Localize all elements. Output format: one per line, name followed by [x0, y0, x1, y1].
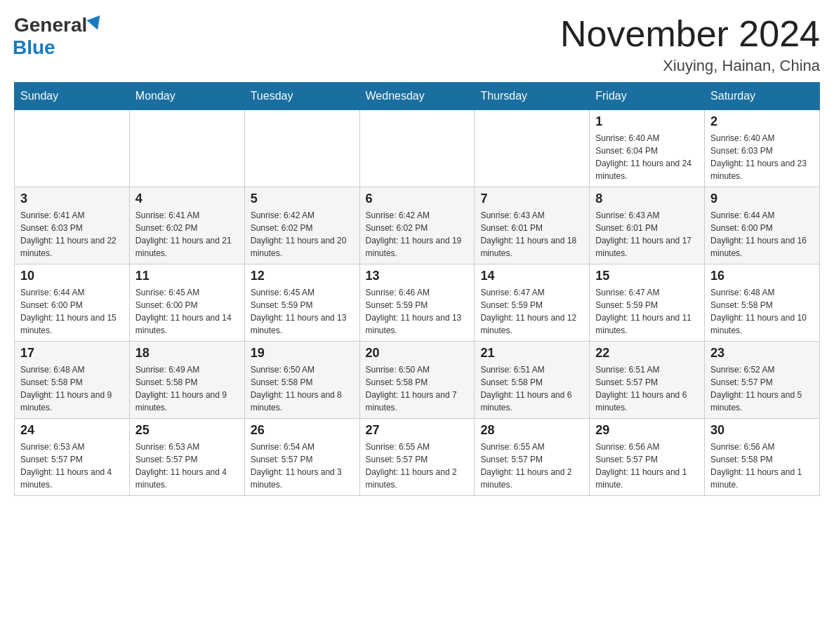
calendar-cell	[244, 110, 359, 187]
calendar-cell: 22Sunrise: 6:51 AM Sunset: 5:57 PM Dayli…	[590, 342, 705, 419]
calendar-cell: 1Sunrise: 6:40 AM Sunset: 6:04 PM Daylig…	[590, 110, 705, 187]
calendar-cell: 26Sunrise: 6:54 AM Sunset: 5:57 PM Dayli…	[244, 419, 359, 496]
day-number: 1	[595, 114, 699, 129]
weekday-header-row: SundayMondayTuesdayWednesdayThursdayFrid…	[15, 83, 820, 110]
day-number: 17	[20, 346, 124, 361]
calendar-cell: 18Sunrise: 6:49 AM Sunset: 5:58 PM Dayli…	[129, 342, 244, 419]
calendar-cell: 23Sunrise: 6:52 AM Sunset: 5:57 PM Dayli…	[705, 342, 820, 419]
day-number: 3	[20, 192, 124, 206]
day-number: 25	[135, 423, 239, 438]
day-number: 18	[135, 346, 239, 361]
location-subtitle: Xiuying, Hainan, China	[560, 57, 820, 75]
calendar-cell	[475, 110, 590, 187]
day-number: 27	[366, 423, 469, 438]
day-number: 23	[710, 346, 814, 361]
day-info: Sunrise: 6:45 AM Sunset: 6:00 PM Dayligh…	[135, 286, 239, 337]
week-row-1: 1Sunrise: 6:40 AM Sunset: 6:04 PM Daylig…	[15, 110, 820, 187]
day-number: 4	[135, 192, 239, 206]
day-info: Sunrise: 6:50 AM Sunset: 5:58 PM Dayligh…	[251, 363, 354, 414]
day-info: Sunrise: 6:40 AM Sunset: 6:04 PM Dayligh…	[595, 132, 699, 182]
day-number: 14	[480, 269, 583, 283]
day-info: Sunrise: 6:53 AM Sunset: 5:57 PM Dayligh…	[20, 441, 124, 491]
day-info: Sunrise: 6:43 AM Sunset: 6:01 PM Dayligh…	[480, 209, 583, 260]
day-number: 22	[595, 346, 699, 361]
day-number: 24	[20, 423, 124, 438]
day-info: Sunrise: 6:40 AM Sunset: 6:03 PM Dayligh…	[710, 132, 814, 182]
day-info: Sunrise: 6:51 AM Sunset: 5:58 PM Dayligh…	[480, 363, 583, 414]
week-row-5: 24Sunrise: 6:53 AM Sunset: 5:57 PM Dayli…	[15, 419, 820, 496]
weekday-header-monday: Monday	[129, 83, 244, 110]
day-number: 21	[480, 346, 583, 361]
calendar-cell: 4Sunrise: 6:41 AM Sunset: 6:02 PM Daylig…	[129, 187, 244, 264]
calendar-cell: 21Sunrise: 6:51 AM Sunset: 5:58 PM Dayli…	[475, 342, 590, 419]
day-info: Sunrise: 6:54 AM Sunset: 5:57 PM Dayligh…	[251, 441, 354, 491]
day-info: Sunrise: 6:46 AM Sunset: 5:59 PM Dayligh…	[366, 286, 469, 337]
day-number: 2	[710, 114, 814, 129]
calendar-cell: 12Sunrise: 6:45 AM Sunset: 5:59 PM Dayli…	[244, 264, 359, 342]
weekday-header-friday: Friday	[590, 83, 705, 110]
day-number: 13	[366, 269, 469, 283]
day-number: 29	[595, 423, 699, 438]
calendar-cell: 7Sunrise: 6:43 AM Sunset: 6:01 PM Daylig…	[475, 187, 590, 264]
calendar-cell: 29Sunrise: 6:56 AM Sunset: 5:57 PM Dayli…	[590, 419, 705, 496]
day-number: 6	[366, 192, 469, 206]
day-info: Sunrise: 6:48 AM Sunset: 5:58 PM Dayligh…	[710, 286, 814, 337]
day-number: 5	[251, 192, 354, 206]
logo-triangle-icon	[87, 15, 105, 32]
calendar-cell: 27Sunrise: 6:55 AM Sunset: 5:57 PM Dayli…	[359, 419, 475, 496]
day-info: Sunrise: 6:50 AM Sunset: 5:58 PM Dayligh…	[366, 363, 469, 414]
day-info: Sunrise: 6:41 AM Sunset: 6:03 PM Dayligh…	[20, 209, 124, 260]
calendar-cell: 25Sunrise: 6:53 AM Sunset: 5:57 PM Dayli…	[129, 419, 244, 496]
calendar-cell	[359, 110, 475, 187]
day-info: Sunrise: 6:56 AM Sunset: 5:58 PM Dayligh…	[710, 441, 814, 491]
day-info: Sunrise: 6:56 AM Sunset: 5:57 PM Dayligh…	[595, 441, 699, 491]
day-info: Sunrise: 6:43 AM Sunset: 6:01 PM Dayligh…	[595, 209, 699, 260]
day-info: Sunrise: 6:51 AM Sunset: 5:57 PM Dayligh…	[595, 363, 699, 414]
calendar-cell: 17Sunrise: 6:48 AM Sunset: 5:58 PM Dayli…	[15, 342, 130, 419]
weekday-header-saturday: Saturday	[705, 83, 820, 110]
logo-bottom-line: Blue	[14, 36, 55, 59]
day-number: 8	[595, 192, 699, 206]
calendar-table: SundayMondayTuesdayWednesdayThursdayFrid…	[14, 82, 820, 496]
week-row-3: 10Sunrise: 6:44 AM Sunset: 6:00 PM Dayli…	[15, 264, 820, 342]
calendar-cell	[129, 110, 244, 187]
title-area: November 2024 Xiuying, Hainan, China	[560, 14, 820, 75]
calendar-cell: 2Sunrise: 6:40 AM Sunset: 6:03 PM Daylig…	[705, 110, 820, 187]
day-number: 7	[480, 192, 583, 206]
weekday-header-thursday: Thursday	[475, 83, 590, 110]
week-row-2: 3Sunrise: 6:41 AM Sunset: 6:03 PM Daylig…	[15, 187, 820, 264]
calendar-cell: 14Sunrise: 6:47 AM Sunset: 5:59 PM Dayli…	[475, 264, 590, 342]
calendar-cell: 6Sunrise: 6:42 AM Sunset: 6:02 PM Daylig…	[359, 187, 475, 264]
calendar-cell: 20Sunrise: 6:50 AM Sunset: 5:58 PM Dayli…	[359, 342, 475, 419]
day-info: Sunrise: 6:44 AM Sunset: 6:00 PM Dayligh…	[20, 286, 124, 337]
calendar-cell: 16Sunrise: 6:48 AM Sunset: 5:58 PM Dayli…	[705, 264, 820, 342]
day-info: Sunrise: 6:44 AM Sunset: 6:00 PM Dayligh…	[710, 209, 814, 260]
day-info: Sunrise: 6:47 AM Sunset: 5:59 PM Dayligh…	[595, 286, 699, 337]
day-number: 15	[595, 269, 699, 283]
day-number: 9	[710, 192, 814, 206]
calendar-cell: 13Sunrise: 6:46 AM Sunset: 5:59 PM Dayli…	[359, 264, 475, 342]
calendar-cell: 10Sunrise: 6:44 AM Sunset: 6:00 PM Dayli…	[15, 264, 130, 342]
day-info: Sunrise: 6:42 AM Sunset: 6:02 PM Dayligh…	[366, 209, 469, 260]
day-info: Sunrise: 6:53 AM Sunset: 5:57 PM Dayligh…	[135, 441, 239, 491]
day-number: 30	[710, 423, 814, 438]
day-info: Sunrise: 6:45 AM Sunset: 5:59 PM Dayligh…	[251, 286, 354, 337]
page-header: General Blue November 2024 Xiuying, Hain…	[14, 14, 820, 75]
month-year-title: November 2024	[560, 14, 820, 54]
day-number: 20	[366, 346, 469, 361]
calendar-cell: 24Sunrise: 6:53 AM Sunset: 5:57 PM Dayli…	[15, 419, 130, 496]
calendar-cell	[15, 110, 130, 187]
logo-blue-text: Blue	[13, 36, 55, 59]
day-info: Sunrise: 6:55 AM Sunset: 5:57 PM Dayligh…	[366, 441, 469, 491]
day-info: Sunrise: 6:49 AM Sunset: 5:58 PM Dayligh…	[135, 363, 239, 414]
calendar-cell: 19Sunrise: 6:50 AM Sunset: 5:58 PM Dayli…	[244, 342, 359, 419]
day-number: 26	[251, 423, 354, 438]
day-number: 12	[251, 269, 354, 283]
logo-general-text: General	[14, 14, 87, 36]
day-number: 19	[251, 346, 354, 361]
calendar-cell: 11Sunrise: 6:45 AM Sunset: 6:00 PM Dayli…	[129, 264, 244, 342]
calendar-cell: 15Sunrise: 6:47 AM Sunset: 5:59 PM Dayli…	[590, 264, 705, 342]
day-info: Sunrise: 6:42 AM Sunset: 6:02 PM Dayligh…	[251, 209, 354, 260]
calendar-cell: 5Sunrise: 6:42 AM Sunset: 6:02 PM Daylig…	[244, 187, 359, 264]
day-info: Sunrise: 6:41 AM Sunset: 6:02 PM Dayligh…	[135, 209, 239, 260]
